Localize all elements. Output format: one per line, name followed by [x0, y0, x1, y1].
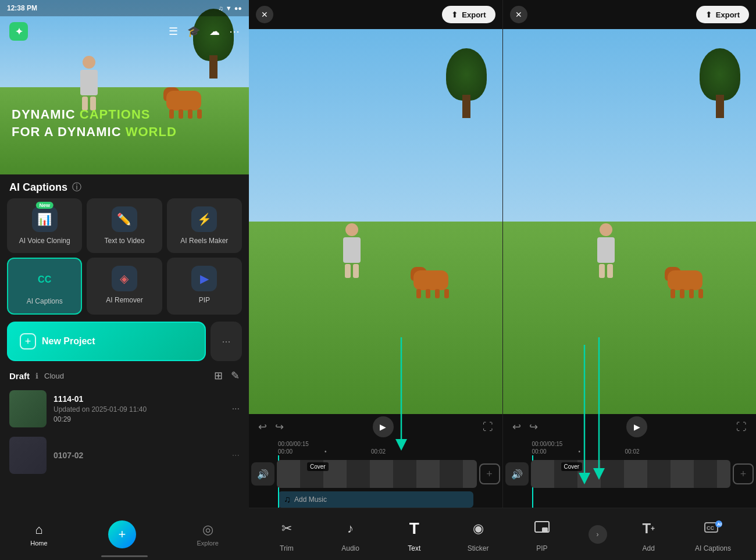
- undo-redo-left: ↩ ↪: [258, 420, 284, 433]
- play-button-left[interactable]: ▶: [373, 416, 394, 437]
- more-tools-button[interactable]: ›: [589, 525, 607, 544]
- add-text-icon: T+: [636, 516, 661, 541]
- music-track-left[interactable]: ♫ Add Music: [278, 491, 473, 508]
- draft-header: Draft ℹ Cloud ⊞ ✎: [0, 366, 249, 386]
- menu-icon[interactable]: ☰: [169, 25, 178, 38]
- export-icon-right: ⬆: [705, 10, 712, 19]
- tool-trim[interactable]: ✂ Trim: [269, 516, 304, 552]
- text-to-video-label: Text to Video: [104, 237, 144, 245]
- draft-thumbnail: [9, 390, 47, 427]
- redo-icon-right[interactable]: ↪: [529, 420, 538, 433]
- sticker-label: Sticker: [468, 544, 489, 552]
- draft-more-icon[interactable]: ···: [232, 450, 240, 461]
- draft-name: 0107-02: [54, 451, 225, 460]
- ai-captions-title: AI Captions: [9, 181, 67, 194]
- audio-toggle-left[interactable]: 🔊: [251, 462, 274, 486]
- close-button-left[interactable]: ✕: [256, 6, 273, 23]
- draft-more-icon[interactable]: ···: [232, 404, 240, 414]
- caption-word4: WORLD: [126, 124, 177, 139]
- draft-item[interactable]: 0107-02 ···: [0, 432, 249, 479]
- tool-audio[interactable]: ♪ Audio: [333, 516, 368, 552]
- hat-icon[interactable]: 🎓: [187, 25, 200, 38]
- create-button[interactable]: +: [108, 520, 136, 548]
- audio-toggle-right[interactable]: 🔊: [505, 462, 529, 486]
- video-preview-left: [249, 29, 502, 414]
- feature-card-voice-cloning[interactable]: New 📊 AI Voice Cloning: [7, 198, 82, 253]
- editor-header-right: ✕ ⬆ Export: [503, 0, 757, 29]
- play-button-right[interactable]: ▶: [626, 416, 647, 437]
- ruler-mark-2-left: 00:02: [371, 448, 386, 455]
- close-button-right[interactable]: ✕: [510, 6, 527, 23]
- ruler-mark-1-left: •: [324, 448, 327, 455]
- tool-text[interactable]: T Text: [397, 516, 432, 552]
- tool-ai-captions[interactable]: CC AI AI Captions: [690, 516, 736, 552]
- ruler-mark-1-right: •: [579, 448, 581, 455]
- svg-text:CC: CC: [707, 525, 714, 531]
- ai-reels-label: AI Reels Maker: [180, 237, 228, 245]
- draft-name: 1114-01: [54, 394, 225, 404]
- draft-cloud-label[interactable]: Cloud: [44, 372, 64, 380]
- export-button-right[interactable]: ⬆ Export: [696, 6, 749, 23]
- undo-icon-right[interactable]: ↩: [512, 420, 521, 433]
- tool-pip[interactable]: PIP: [525, 516, 559, 552]
- new-project-section: + New Project ···: [0, 319, 249, 366]
- tool-add[interactable]: T+ Add: [636, 516, 661, 552]
- redo-icon-left[interactable]: ↪: [275, 420, 284, 433]
- feature-card-ai-reels[interactable]: ⚡ AI Reels Maker: [167, 198, 242, 253]
- undo-redo-right: ↩ ↪: [512, 420, 538, 433]
- svg-text:AI: AI: [717, 522, 722, 527]
- top-nav: ✦ ☰ 🎓 ☁ ⋯: [0, 17, 249, 45]
- feature-card-ai-captions[interactable]: CC AI Captions: [7, 258, 82, 315]
- grid-view-icon[interactable]: ⊞: [214, 369, 223, 382]
- video-track-right: 🔊 Cover +: [503, 458, 757, 490]
- hero-area: 12:38 PM ♫ ▼ ●● ✦ ☰ 🎓 ☁ ⋯ DYNAMIC CAPTIO…: [0, 0, 249, 174]
- new-project-plus-icon: +: [20, 333, 36, 349]
- edit-icon[interactable]: ✎: [231, 369, 240, 382]
- top-nav-icons: ☰ 🎓 ☁ ⋯: [169, 25, 240, 38]
- ai-captions-heading: AI Captions ⓘ: [0, 174, 249, 198]
- new-project-button[interactable]: + New Project: [7, 322, 206, 361]
- ai-remover-icon: ◈: [112, 266, 137, 291]
- time-current-left: 00:00/00:15: [278, 441, 309, 447]
- feature-grid: New 📊 AI Voice Cloning ✏️ Text to Video …: [0, 198, 249, 319]
- home-icon: ⌂: [35, 522, 42, 537]
- feature-card-text-to-video[interactable]: ✏️ Text to Video: [87, 198, 162, 253]
- ai-captions-label: AI Captions: [27, 297, 63, 305]
- more-options-button[interactable]: ···: [211, 322, 242, 361]
- text-icon: T: [401, 516, 427, 541]
- draft-item[interactable]: 1114-01 Updated on 2025-01-09 11:40 00:2…: [0, 386, 249, 432]
- undo-icon-left[interactable]: ↩: [258, 420, 267, 433]
- pip-label: PIP: [536, 544, 547, 552]
- add-label: Add: [643, 544, 655, 552]
- tool-sticker[interactable]: ◉ Sticker: [461, 516, 495, 552]
- status-time: 12:38 PM: [7, 4, 37, 12]
- fullscreen-icon-right[interactable]: ⛶: [736, 421, 747, 433]
- fullscreen-icon-left[interactable]: ⛶: [483, 421, 493, 433]
- export-button-left[interactable]: ⬆ Export: [442, 6, 495, 23]
- cloud-icon[interactable]: ☁: [209, 25, 220, 38]
- right-panel: ✕ ⬆ Export: [249, 0, 756, 560]
- export-label-right: Export: [716, 10, 740, 19]
- nav-home[interactable]: ⌂ Home: [30, 522, 47, 547]
- hero-caption: DYNAMIC CAPTIONS FOR A DYNAMIC WORLD: [12, 107, 237, 140]
- info-circle-icon[interactable]: ⓘ: [72, 181, 81, 194]
- feature-card-pip[interactable]: ▶ PIP: [167, 258, 242, 315]
- add-clip-button-left[interactable]: +: [479, 463, 500, 484]
- timeline-time-right: 00:00/00:15: [503, 440, 757, 447]
- add-clip-button-right[interactable]: +: [733, 463, 754, 484]
- video-track-left: 🔊 Cover +: [249, 458, 502, 490]
- ruler-mark-2-right: 00:02: [625, 448, 640, 455]
- status-bar: 12:38 PM ♫ ▼ ●●: [0, 0, 249, 16]
- cover-label-right: Cover: [561, 462, 583, 471]
- draft-date: Updated on 2025-01-09 11:40: [54, 405, 225, 413]
- draft-thumbnail: [9, 437, 47, 474]
- nav-explore[interactable]: ◎ Explore: [197, 522, 218, 547]
- draft-info-icon[interactable]: ℹ: [35, 372, 38, 380]
- ruler-mark-0-right: 00:00: [532, 448, 547, 455]
- timeline-right: 🔊 Cover +: [503, 455, 757, 508]
- timeline-ruler-left: 00:00 • 00:02: [249, 447, 502, 455]
- dots-icon[interactable]: ⋯: [229, 25, 240, 38]
- bottom-nav: ⌂ Home + ◎ Explore: [0, 515, 249, 560]
- music-label-left: Add Music: [294, 495, 327, 504]
- feature-card-ai-remover[interactable]: ◈ AI Remover: [87, 258, 162, 315]
